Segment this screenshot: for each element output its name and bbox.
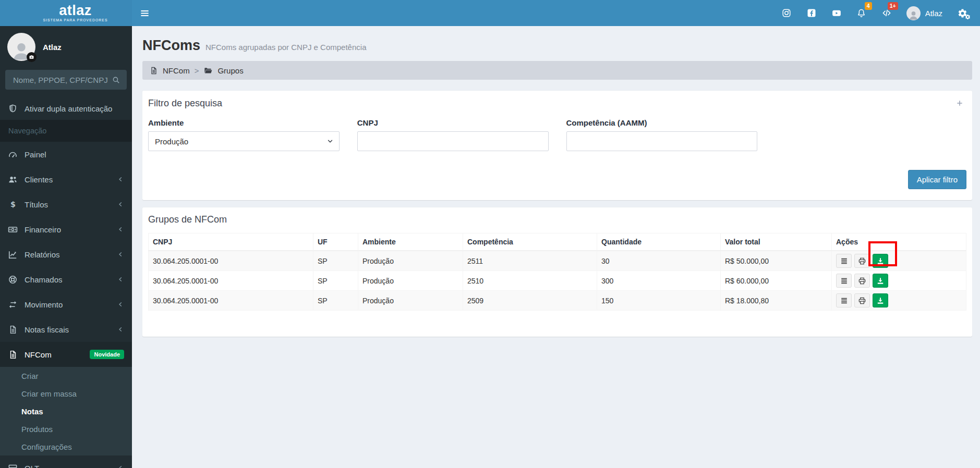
download-button[interactable] — [873, 254, 888, 268]
file-text-icon — [8, 325, 18, 335]
file-text-icon — [150, 66, 158, 75]
list-icon — [840, 257, 848, 265]
competencia-input[interactable] — [566, 131, 758, 151]
chart-line-icon — [8, 250, 18, 260]
collapse-box-button[interactable] — [953, 97, 966, 109]
sidebar-item-nfcom[interactable]: NFCom Novidade — [0, 342, 132, 367]
money-icon — [8, 225, 18, 235]
apply-filter-button[interactable]: Aplicar filtro — [908, 170, 966, 189]
chevron-left-icon — [117, 251, 124, 258]
exchange-icon — [8, 300, 18, 310]
user-avatar — [906, 6, 921, 20]
sidebar-item-movimento[interactable]: Movimento — [0, 292, 132, 317]
ambiente-select[interactable]: Produção — [148, 131, 340, 151]
page-title: NFComs — [142, 38, 200, 54]
submenu-item-configuracoes[interactable]: Configurações — [0, 438, 132, 455]
ambiente-selected-value: Produção — [155, 137, 188, 146]
groups-box: Grupos de NFCom CNPJ UF Ambiente Competê… — [142, 207, 972, 337]
breadcrumb-grupos: Grupos — [217, 66, 243, 75]
sidebar-item-titulos[interactable]: Títulos — [0, 192, 132, 217]
search-button[interactable] — [110, 73, 123, 87]
sidebar-toggle-button[interactable] — [132, 0, 157, 26]
life-ring-icon — [8, 275, 18, 285]
changelog-badge: 1+ — [888, 2, 898, 10]
content-header: NFComs NFComs agrupadas por CNPJ e Compe… — [142, 38, 972, 54]
cog-small-icon — [965, 14, 971, 20]
camera-icon — [29, 54, 34, 60]
chevron-left-icon — [117, 226, 124, 233]
change-avatar-button[interactable] — [27, 52, 37, 62]
page-subtitle: NFComs agrupadas por CNPJ e Competência — [205, 43, 366, 52]
col-cnpj: CNPJ — [149, 233, 313, 251]
submenu-item-criar-em-massa[interactable]: Criar em massa — [0, 385, 132, 402]
person-icon — [908, 9, 919, 20]
download-button[interactable] — [873, 293, 888, 307]
facebook-icon — [807, 8, 816, 18]
groups-box-title: Grupos de NFCom — [148, 214, 227, 225]
col-competencia: Competência — [463, 233, 597, 251]
notifications-menu[interactable]: 4 — [849, 0, 874, 26]
search-icon — [112, 76, 120, 84]
sidebar-item-notas-fiscais[interactable]: Notas fiscais — [0, 317, 132, 342]
shield-icon — [8, 104, 18, 113]
breadcrumb-nfcom[interactable]: NFCom — [163, 66, 190, 75]
sidebar-item-chamados[interactable]: Chamados — [0, 267, 132, 292]
chevron-left-icon — [117, 201, 124, 208]
groups-table: CNPJ UF Ambiente Competência Quantidade … — [148, 233, 966, 311]
sidebar-item-clientes[interactable]: Clientes — [0, 167, 132, 192]
sidebar-user-name: Atlaz — [43, 43, 62, 52]
sidebar-item-financeiro[interactable]: Financeiro — [0, 217, 132, 242]
table-row: 30.064.205.0001-00 SP Produção 2511 30 R… — [149, 251, 966, 271]
sidebar-item-two-factor[interactable]: Ativar dupla autenticação — [0, 97, 132, 120]
novidade-badge: Novidade — [90, 350, 124, 359]
settings-menu[interactable] — [950, 0, 975, 26]
sidebar-item-relatorios[interactable]: Relatórios — [0, 242, 132, 267]
main-content: NFComs NFComs agrupadas por CNPJ e Compe… — [132, 26, 980, 468]
print-button[interactable] — [854, 254, 870, 268]
facebook-link[interactable] — [799, 0, 824, 26]
download-button[interactable] — [873, 274, 888, 288]
table-row: 30.064.205.0001-00 SP Produção 2510 300 … — [149, 271, 966, 291]
user-menu[interactable]: Atlaz — [899, 0, 950, 26]
print-button[interactable] — [854, 293, 870, 307]
chevron-left-icon — [117, 176, 124, 183]
competencia-label: Competência (AAMM) — [566, 118, 758, 127]
chevron-left-icon — [117, 464, 124, 468]
folder-open-icon — [203, 66, 213, 75]
sidebar-item-olt[interactable]: OLT — [0, 455, 132, 468]
chevron-left-icon — [117, 326, 124, 333]
breadcrumb: NFCom > Grupos — [142, 61, 972, 80]
plus-icon — [956, 100, 963, 107]
details-button[interactable] — [836, 274, 852, 288]
search-input[interactable] — [12, 75, 110, 85]
brand-logo[interactable]: atlaz SISTEMA PARA PROVEDORES — [0, 0, 132, 26]
youtube-link[interactable] — [824, 0, 849, 26]
top-navbar: atlaz SISTEMA PARA PROVEDORES 4 1+ — [0, 0, 980, 26]
breadcrumb-separator: > — [195, 66, 199, 75]
file-text-icon — [8, 350, 18, 360]
list-icon — [840, 277, 848, 285]
youtube-icon — [831, 8, 842, 18]
submenu-item-criar[interactable]: Criar — [0, 367, 132, 385]
sidebar-item-painel[interactable]: Painel — [0, 142, 132, 167]
filter-box-title: Filtro de pesquisa — [148, 98, 222, 109]
sidebar: Atlaz Ativar dupla autenticação Navegaçã… — [0, 26, 132, 468]
instagram-link[interactable] — [774, 0, 799, 26]
changelog-menu[interactable]: 1+ — [874, 0, 899, 26]
print-button[interactable] — [854, 274, 870, 288]
details-button[interactable] — [836, 254, 852, 268]
cnpj-input[interactable] — [357, 131, 549, 151]
submenu-item-notas[interactable]: Notas — [0, 402, 132, 420]
dollar-icon — [8, 200, 18, 210]
chevron-left-icon — [117, 301, 124, 308]
brand-tagline: SISTEMA PARA PROVEDORES — [43, 19, 107, 22]
col-quantidade: Quantidade — [597, 233, 721, 251]
details-button[interactable] — [836, 293, 852, 307]
submenu-item-produtos[interactable]: Produtos — [0, 420, 132, 438]
notifications-badge: 4 — [865, 2, 872, 10]
print-icon — [858, 277, 866, 285]
chevron-left-icon — [117, 276, 124, 283]
navbar-user-name: Atlaz — [925, 9, 942, 18]
col-ambiente: Ambiente — [358, 233, 463, 251]
sidebar-section-header: Navegação — [0, 120, 132, 142]
